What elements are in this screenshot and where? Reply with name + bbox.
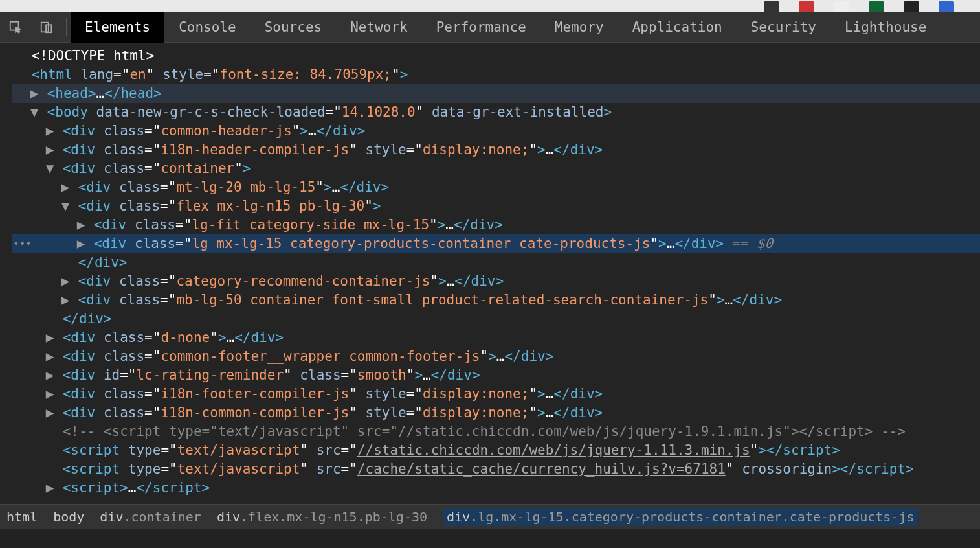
product-thumb bbox=[904, 1, 919, 12]
dom-node[interactable]: ▼ <div class="flex mx-lg-n15 pb-lg-30"> bbox=[12, 197, 980, 216]
expand-arrow-icon[interactable]: ▶ bbox=[61, 178, 70, 197]
product-thumb bbox=[764, 1, 779, 12]
page-preview-strip bbox=[0, 0, 980, 12]
tab-sources[interactable]: Sources bbox=[251, 12, 337, 43]
tab-console[interactable]: Console bbox=[164, 12, 251, 43]
expand-arrow-icon[interactable] bbox=[45, 310, 54, 328]
device-toggle-icon[interactable] bbox=[31, 12, 62, 43]
breadcrumb-item[interactable]: html bbox=[6, 509, 38, 525]
breadcrumb: htmlbodydiv.containerdiv.flex.mx-lg-n15.… bbox=[0, 504, 980, 529]
divider bbox=[66, 18, 67, 36]
dom-node[interactable]: ▶ <div id="lc-rating-reminder" class="sm… bbox=[12, 366, 980, 385]
expand-arrow-icon[interactable]: ▶ bbox=[45, 122, 54, 141]
breadcrumb-item[interactable]: div.container bbox=[100, 509, 201, 525]
tab-security[interactable]: Security bbox=[737, 12, 830, 43]
dom-node[interactable]: ▶ <head>…</head> bbox=[12, 84, 980, 103]
svg-rect-1 bbox=[41, 22, 49, 32]
dom-node[interactable]: ▶ <div class="i18n-header-compiler-js" s… bbox=[12, 141, 980, 159]
dom-node[interactable]: <script type="text/javascript" src="//st… bbox=[12, 441, 980, 460]
expand-arrow-icon[interactable]: ▼ bbox=[45, 159, 54, 178]
expand-arrow-icon[interactable]: ▶ bbox=[76, 234, 85, 253]
breadcrumb-item[interactable]: div.flex.mx-lg-n15.pb-lg-30 bbox=[217, 509, 427, 525]
bottom-drawer[interactable] bbox=[0, 529, 980, 548]
tab-elements[interactable]: Elements bbox=[71, 12, 164, 43]
dom-node[interactable]: <!DOCTYPE html> bbox=[12, 47, 980, 65]
expand-arrow-icon[interactable]: ▶ bbox=[45, 366, 54, 385]
breadcrumb-item[interactable]: body bbox=[53, 509, 84, 525]
expand-arrow-icon[interactable]: ▶ bbox=[30, 84, 39, 103]
dom-node[interactable]: ▶ <div class="common-header-js">…</div> bbox=[12, 122, 980, 141]
tab-memory[interactable]: Memory bbox=[540, 12, 618, 43]
dom-node[interactable]: ▶ <div class="i18n-footer-compiler-js" s… bbox=[12, 385, 980, 404]
more-actions-icon[interactable]: ••• bbox=[13, 234, 32, 253]
devtools-tabbar: ElementsConsoleSourcesNetworkPerformance… bbox=[0, 12, 980, 43]
expand-arrow-icon[interactable]: ▶ bbox=[45, 328, 54, 347]
dom-node[interactable]: ▶ <div class="common-footer__wrapper com… bbox=[12, 347, 980, 366]
dom-node[interactable]: <html lang="en" style="font-size: 84.705… bbox=[12, 65, 980, 84]
dom-node[interactable]: <!-- <script type="text/javascript" src=… bbox=[12, 422, 980, 441]
expand-arrow-icon[interactable]: ▶ bbox=[45, 479, 54, 497]
expand-arrow-icon[interactable] bbox=[14, 65, 23, 84]
tab-performance[interactable]: Performance bbox=[422, 12, 540, 43]
product-thumb bbox=[799, 1, 814, 12]
expand-arrow-icon[interactable] bbox=[61, 253, 70, 272]
expand-arrow-icon[interactable]: ▶ bbox=[61, 291, 70, 310]
expand-arrow-icon[interactable]: ▶ bbox=[45, 141, 54, 159]
inspect-element-icon[interactable] bbox=[0, 12, 31, 43]
dom-node[interactable]: ▶ <script>…</script> bbox=[12, 479, 980, 497]
product-thumb bbox=[939, 1, 954, 12]
expand-arrow-icon[interactable]: ▶ bbox=[76, 216, 85, 234]
expand-arrow-icon[interactable]: ▼ bbox=[61, 197, 70, 216]
tab-application[interactable]: Application bbox=[618, 12, 737, 43]
expand-arrow-icon[interactable] bbox=[14, 47, 23, 65]
product-thumb bbox=[869, 1, 884, 12]
expand-arrow-icon[interactable] bbox=[45, 422, 54, 441]
dom-node[interactable]: ▼ <body data-new-gr-c-s-check-loaded="14… bbox=[12, 103, 980, 122]
dom-node[interactable]: ▶ <div class="i18n-common-compiler-js" s… bbox=[12, 404, 980, 422]
dom-node[interactable]: ▶ <div class="mt-lg-20 mb-lg-15">…</div> bbox=[12, 178, 980, 197]
elements-tree[interactable]: <!DOCTYPE html> <html lang="en" style="f… bbox=[0, 43, 980, 504]
dom-node[interactable]: ▶ <div class="mb-lg-50 container font-sm… bbox=[12, 291, 980, 310]
dom-node[interactable]: •••▶ <div class="lg mx-lg-15 category-pr… bbox=[12, 234, 980, 253]
dom-node[interactable]: ▶ <div class="lg-fit category-side mx-lg… bbox=[12, 216, 980, 234]
dom-node[interactable]: ▶ <div class="d-none">…</div> bbox=[12, 328, 980, 347]
tab-lighthouse[interactable]: Lighthouse bbox=[830, 12, 941, 43]
expand-arrow-icon[interactable]: ▶ bbox=[45, 404, 54, 422]
dom-node[interactable]: </div> bbox=[12, 253, 980, 272]
expand-arrow-icon[interactable]: ▼ bbox=[30, 103, 39, 122]
product-thumb bbox=[834, 1, 849, 12]
tab-network[interactable]: Network bbox=[336, 12, 422, 43]
expand-arrow-icon[interactable]: ▶ bbox=[45, 385, 54, 404]
dom-node[interactable]: <script type="text/javascript" src="/cac… bbox=[12, 460, 980, 479]
expand-arrow-icon[interactable] bbox=[45, 441, 54, 460]
expand-arrow-icon[interactable]: ▶ bbox=[45, 347, 54, 366]
expand-arrow-icon[interactable]: ▶ bbox=[61, 272, 70, 291]
dom-node[interactable]: ▼ <div class="container"> bbox=[12, 159, 980, 178]
dom-node[interactable]: </div> bbox=[12, 310, 980, 328]
expand-arrow-icon[interactable] bbox=[45, 460, 54, 479]
breadcrumb-item[interactable]: div.lg.mx-lg-15.category-products-contai… bbox=[443, 508, 918, 526]
dom-node[interactable]: ▶ <div class="category-recommend-contain… bbox=[12, 272, 980, 291]
